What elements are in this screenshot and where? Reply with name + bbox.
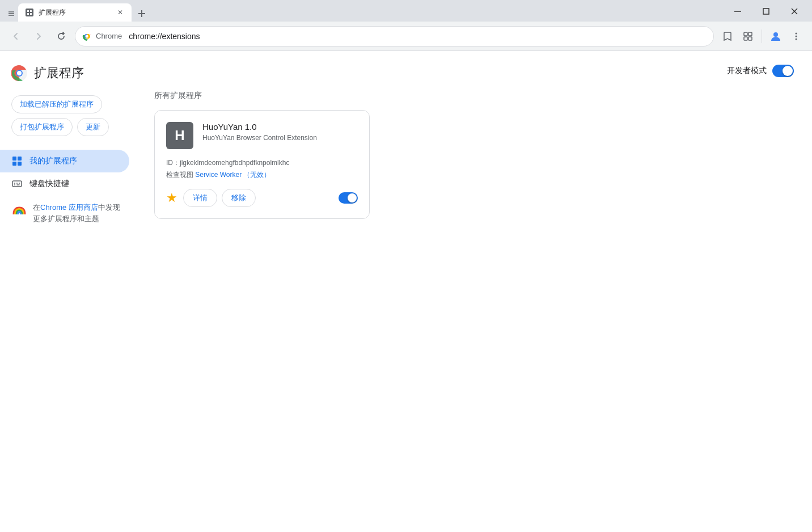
ext-id: ID：jlgkeklmdeomehgfbdhpdfknpolmlkhc — [166, 159, 289, 167]
forward-button[interactable] — [29, 27, 48, 45]
refresh-button[interactable] — [52, 27, 70, 45]
svg-rect-2 — [30, 10, 32, 12]
tab-favicon-icon — [25, 8, 34, 17]
svg-rect-16 — [744, 37, 747, 40]
address-text: chrome://extensions — [129, 32, 707, 41]
extensions-puzzle-button[interactable] — [739, 27, 757, 45]
ext-info: HuoYuYan 1.0 HuoYuYan Browser Control Ex… — [202, 122, 358, 142]
menu-button[interactable] — [787, 27, 805, 45]
ext-sw-prefix: 检查视图 — [166, 171, 193, 179]
top-buttons: 加载已解压的扩展程序 打包扩展程序 更新 — [0, 91, 136, 145]
svg-point-24 — [17, 71, 22, 75]
svg-point-21 — [796, 38, 797, 40]
my-extensions-label: 我的扩展程序 — [29, 156, 77, 166]
svg-rect-14 — [744, 32, 747, 36]
svg-rect-0 — [26, 9, 33, 16]
ext-id-row: ID：jlgkeklmdeomehgfbdhpdfknpolmlkhc — [166, 158, 358, 168]
close-window-button[interactable] — [781, 3, 807, 19]
svg-rect-3 — [27, 13, 29, 15]
page-title: 扩展程序 — [34, 65, 84, 82]
minimize-button[interactable] — [725, 3, 751, 19]
titlebar: 扩展程序 ✕ — [0, 0, 812, 22]
svg-rect-4 — [30, 13, 32, 15]
extension-card: H HuoYuYan 1.0 HuoYuYan Browser Control … — [154, 110, 370, 219]
pack-extension-button[interactable]: 打包扩展程序 — [11, 118, 73, 136]
svg-rect-15 — [748, 32, 752, 36]
chrome-extensions-logo-icon — [11, 65, 27, 81]
update-button[interactable]: 更新 — [77, 118, 109, 136]
window-controls — [725, 3, 807, 19]
tab-close-button[interactable]: ✕ — [116, 8, 125, 17]
webstore-link[interactable]: Chrome 应用商店 — [40, 203, 98, 212]
dev-mode-label: 开发者模式 — [727, 66, 767, 76]
ext-icon-letter: H — [175, 128, 184, 143]
discover-prefix: 在 — [33, 203, 40, 212]
new-tab-button[interactable] — [134, 6, 150, 22]
bookmark-button[interactable] — [718, 27, 737, 45]
extension-toggle[interactable] — [339, 192, 358, 204]
ext-header: H HuoYuYan 1.0 HuoYuYan Browser Control … — [166, 122, 358, 149]
ext-name: HuoYuYan 1.0 — [202, 122, 358, 132]
chrome-label: Chrome — [96, 32, 122, 40]
discover-text: 在Chrome 应用商店中发现更多扩展程序和主题 — [33, 202, 125, 224]
section-title: 所有扩展程序 — [154, 91, 794, 101]
svg-point-19 — [796, 32, 797, 34]
svg-rect-1 — [27, 10, 29, 12]
svg-rect-27 — [12, 162, 16, 166]
svg-rect-25 — [12, 157, 16, 161]
ext-icon: H — [166, 122, 193, 149]
remove-button[interactable]: 移除 — [222, 189, 256, 207]
profile-button[interactable] — [767, 27, 785, 45]
svg-rect-17 — [748, 37, 752, 40]
svg-point-20 — [796, 35, 797, 37]
titlebar-tabs: 扩展程序 ✕ — [5, 3, 725, 22]
back-button[interactable] — [7, 27, 25, 45]
content-area: 开发者模式 所有扩展程序 H HuoYuYan 1.0 HuoYuYan Bro… — [136, 51, 812, 532]
navbar: Chrome chrome://extensions — [0, 22, 812, 51]
sidebar-header: 扩展程序 — [0, 60, 136, 91]
maximize-button[interactable] — [753, 3, 779, 19]
sidebar-nav: 我的扩展程序 键盘快捷键 — [0, 150, 136, 195]
load-unpacked-button[interactable]: 加载已解压的扩展程序 — [11, 95, 102, 113]
tab-list-icon[interactable] — [7, 10, 15, 18]
active-tab: 扩展程序 ✕ — [18, 3, 132, 22]
svg-rect-8 — [763, 9, 769, 14]
keyboard-icon — [11, 178, 23, 189]
dev-mode-toggle[interactable] — [772, 65, 794, 77]
sidebar: 扩展程序 加载已解压的扩展程序 打包扩展程序 更新 我的扩展程序 — [0, 51, 136, 532]
address-bar[interactable]: Chrome chrome://extensions — [75, 26, 714, 47]
svg-point-18 — [773, 32, 778, 37]
tab-title: 扩展程序 — [39, 8, 111, 18]
extensions-grid-icon — [11, 155, 23, 167]
svg-rect-28 — [18, 162, 22, 166]
webstore-icon — [11, 203, 27, 219]
ext-desc: HuoYuYan Browser Control Extension — [202, 134, 358, 142]
details-button[interactable]: 详情 — [183, 189, 217, 207]
keyboard-shortcuts-label: 键盘快捷键 — [29, 179, 69, 189]
main-container: 扩展程序 加载已解压的扩展程序 打包扩展程序 更新 我的扩展程序 — [0, 51, 812, 532]
svg-rect-26 — [18, 157, 22, 161]
star-icon: ★ — [166, 191, 177, 205]
sidebar-discover: 在Chrome 应用商店中发现更多扩展程序和主题 — [0, 195, 136, 231]
chrome-logo-icon — [82, 32, 91, 41]
sidebar-item-my-extensions[interactable]: 我的扩展程序 — [0, 150, 129, 172]
service-worker-link[interactable]: Service Worker （无效） — [195, 171, 270, 179]
sidebar-item-keyboard-shortcuts[interactable]: 键盘快捷键 — [0, 172, 129, 195]
ext-sw-row: 检查视图 Service Worker （无效） — [166, 170, 358, 180]
ext-footer: ★ 详情 移除 — [166, 189, 358, 207]
svg-point-13 — [86, 35, 88, 37]
navbar-actions — [718, 27, 805, 45]
